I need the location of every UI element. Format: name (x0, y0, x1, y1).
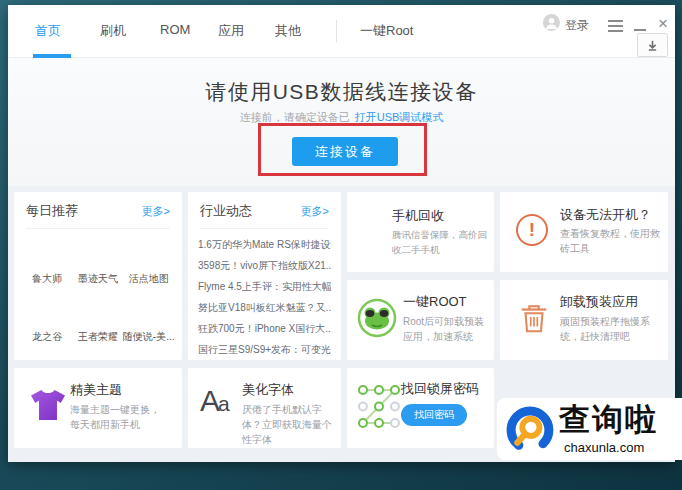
download-arrow-icon (646, 39, 659, 52)
tab-apps[interactable]: 应用 (218, 22, 244, 40)
password-title: 找回锁屏密码 (401, 380, 479, 398)
font-aa-icon: Aa (200, 384, 228, 418)
tab-rom[interactable]: ROM (160, 22, 190, 37)
recycle-title: 手机回收 (392, 207, 444, 225)
nav-divider (336, 20, 337, 42)
news-item[interactable]: 1.6万的华为Mate RS保时捷设... (198, 234, 331, 255)
chaxunla-watermark: 查询啦 chaxunla.com (497, 398, 682, 460)
app-item[interactable]: 随便说-美... (123, 291, 174, 349)
close-icon[interactable]: × (658, 14, 668, 34)
daily-recommend-card: 每日推荐 更多> 鲁大师 墨迹天气 活点地图 龙之谷 王者荣耀 随便说-美... (14, 192, 182, 360)
desktop-background: 首页 刷机 ROM 应用 其他 一键Root 登录 × (0, 0, 682, 490)
recover-password-button[interactable]: 找回密码 (401, 404, 467, 426)
noboot-title: 设备无法开机？ (560, 206, 651, 224)
fonts-title: 美化字体 (242, 381, 294, 399)
recover-password-card[interactable]: 找回锁屏密码 找回密码 (347, 368, 494, 448)
app-item[interactable]: 龙之谷 (22, 291, 73, 349)
tab-one-key-root[interactable]: 一键Root (360, 22, 413, 40)
themes-card[interactable]: 精美主题 海量主题一键更换，每天都用新手机 (14, 368, 182, 448)
news-item[interactable]: 狂跌700元！iPhone X国行大... (198, 318, 331, 339)
app-item[interactable]: 墨迹天气 (73, 233, 124, 291)
app-item[interactable]: 活点地图 (123, 233, 174, 291)
news-more-link[interactable]: 更多> (301, 204, 329, 219)
hero-title: 请使用USB数据线连接设备 (8, 78, 675, 106)
minimize-icon[interactable] (634, 29, 646, 31)
industry-news-card: 行业动态 更多> 1.6万的华为Mate RS保时捷设... 3598元！viv… (188, 192, 341, 360)
usb-debug-link[interactable]: 打开USB调试模式 (355, 111, 444, 123)
themes-desc: 海量主题一键更换，每天都用新手机 (70, 402, 164, 432)
beautify-fonts-card[interactable]: Aa 美化字体 厌倦了手机默认字体？立即获取海量个性字体 (188, 368, 341, 448)
news-title: 行业动态 (200, 202, 252, 220)
phone-recycle-card[interactable]: 手机回收 腾讯信誉保障，高价回收二手手机 (347, 192, 494, 272)
uninstall-title: 卸载预装应用 (560, 293, 638, 311)
watermark-brand: 查询啦 (559, 399, 658, 441)
news-item[interactable]: Flyme 4.5上手评：实用性大幅... (198, 276, 331, 297)
uninstall-desc: 顽固预装程序拖慢系统，赶快清理吧 (560, 314, 666, 344)
hero-section: 请使用USB数据线连接设备 连接前，请确定设备已打开USB调试模式 连接设备 (8, 58, 675, 186)
root-mascot-icon (357, 298, 397, 338)
news-item[interactable]: 3598元！vivo屏下指纹版X21... (198, 255, 331, 276)
login-button[interactable]: 登录 (565, 17, 589, 34)
pattern-lock-icon (355, 381, 403, 433)
navbar: 首页 刷机 ROM 应用 其他 一键Root 登录 × (8, 5, 675, 58)
avatar-icon[interactable] (543, 14, 560, 31)
news-item[interactable]: 努比亚V18叫板红米魅蓝？又... (198, 297, 331, 318)
fonts-desc: 厌倦了手机默认字体？立即获取海量个性字体 (242, 402, 338, 447)
warning-icon: ! (516, 214, 548, 246)
one-key-root-card[interactable]: 一键ROOT Root后可卸载预装应用，加速系统 (347, 280, 494, 360)
uninstall-preinstalled-card[interactable]: 卸载预装应用 顽固预装程序拖慢系统，赶快清理吧 (500, 280, 668, 360)
device-no-boot-card[interactable]: ! 设备无法开机？ 查看恢复教程，使用救砖工具 (500, 192, 668, 272)
magnifier-q-icon (503, 403, 557, 457)
connect-device-button[interactable]: 连接设备 (292, 137, 398, 166)
download-button[interactable] (637, 33, 668, 57)
app-window: 首页 刷机 ROM 应用 其他 一键Root 登录 × (8, 5, 675, 462)
tab-other[interactable]: 其他 (275, 22, 301, 40)
watermark-domain: chaxunla.com (564, 440, 644, 455)
subtitle-text: 连接前，请确定设备已 (240, 111, 350, 123)
trash-icon (518, 301, 550, 335)
app-grid: 鲁大师 墨迹天气 活点地图 龙之谷 王者荣耀 随便说-美... (14, 229, 182, 349)
root-title: 一键ROOT (403, 293, 467, 311)
tab-home[interactable]: 首页 (35, 22, 61, 40)
recycle-desc: 腾讯信誉保障，高价回收二手手机 (392, 227, 496, 257)
menu-icon[interactable] (608, 20, 623, 35)
noboot-desc: 查看恢复教程，使用救砖工具 (560, 226, 660, 256)
app-item[interactable]: 鲁大师 (22, 233, 73, 291)
tab-flash[interactable]: 刷机 (100, 22, 126, 40)
tshirt-icon (29, 388, 67, 422)
daily-title: 每日推荐 (26, 202, 78, 220)
news-item[interactable]: 国行三星S9/S9+发布：可变光... (198, 339, 331, 360)
daily-more-link[interactable]: 更多> (142, 204, 170, 219)
themes-title: 精美主题 (70, 381, 122, 399)
news-list: 1.6万的华为Mate RS保时捷设... 3598元！vivo屏下指纹版X21… (188, 229, 341, 360)
app-item[interactable]: 王者荣耀 (73, 291, 124, 349)
root-desc: Root后可卸载预装应用，加速系统 (403, 314, 489, 344)
